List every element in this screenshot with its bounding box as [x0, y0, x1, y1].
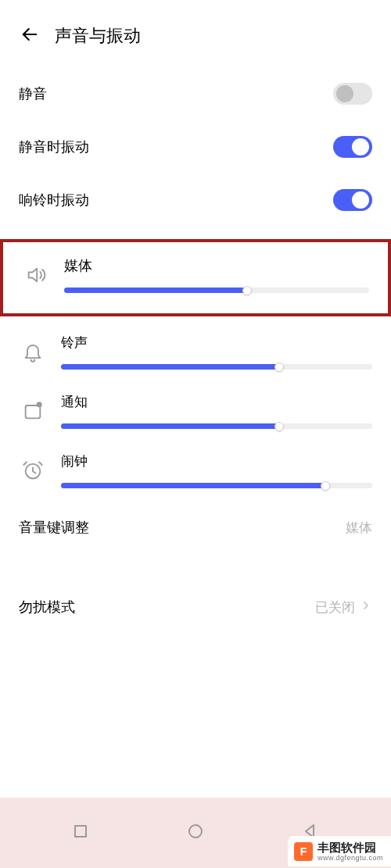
row-volume-key[interactable]: 音量键调整 媒体 — [0, 501, 391, 554]
notification-icon — [19, 400, 47, 422]
speaker-icon — [22, 264, 50, 286]
volume-key-value: 媒体 — [346, 519, 372, 537]
row-mute: 静音 — [0, 67, 391, 120]
vibrate-mute-toggle[interactable] — [333, 136, 372, 158]
media-highlight-box: 媒体 — [0, 239, 391, 316]
svg-point-4 — [189, 825, 202, 838]
mute-label: 静音 — [19, 84, 47, 103]
bell-icon — [19, 341, 47, 363]
notification-slider[interactable] — [61, 423, 372, 429]
nav-recent-icon[interactable] — [71, 822, 90, 844]
alarm-slider[interactable] — [61, 483, 372, 488]
dnd-value: 已关闭 — [315, 598, 355, 616]
media-label: 媒体 — [64, 256, 369, 275]
volume-key-label: 音量键调整 — [19, 518, 89, 537]
alarm-label: 闹钟 — [61, 452, 372, 470]
vibrate-ring-toggle[interactable] — [333, 189, 372, 211]
slider-alarm: 闹钟 — [0, 441, 391, 501]
row-dnd[interactable]: 勿扰模式 已关闭 — [0, 580, 391, 634]
ringtone-slider[interactable] — [61, 364, 372, 370]
vibrate-ring-label: 响铃时振动 — [19, 191, 89, 209]
row-vibrate-ring: 响铃时振动 — [0, 173, 391, 227]
page-title: 声音与振动 — [55, 24, 141, 48]
row-vibrate-mute: 静音时振动 — [0, 120, 391, 173]
chevron-right-icon — [360, 599, 372, 616]
dnd-label: 勿扰模式 — [19, 598, 75, 616]
alarm-icon — [19, 459, 47, 481]
slider-notification: 通知 — [0, 382, 391, 441]
notification-label: 通知 — [61, 393, 372, 411]
svg-rect-3 — [75, 826, 86, 837]
vibrate-mute-label: 静音时振动 — [19, 138, 89, 156]
nav-home-icon[interactable] — [186, 822, 205, 844]
media-slider[interactable] — [64, 288, 369, 293]
ringtone-label: 铃声 — [61, 334, 372, 352]
svg-point-1 — [37, 402, 42, 407]
watermark-badge: F — [294, 842, 313, 861]
slider-ringtone: 铃声 — [0, 323, 391, 382]
back-icon[interactable] — [19, 23, 41, 48]
svg-rect-0 — [26, 405, 41, 418]
watermark-sub: www.dgfengtu.com — [317, 854, 383, 862]
slider-media: 媒体 — [3, 242, 388, 313]
mute-toggle[interactable] — [333, 83, 372, 105]
watermark: F 丰图软件园 www.dgfengtu.com — [288, 836, 391, 866]
